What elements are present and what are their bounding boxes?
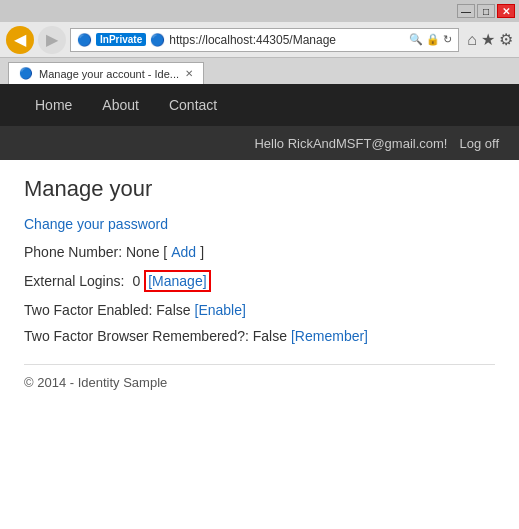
back-button[interactable]: ◀ (6, 26, 34, 54)
nav-about[interactable]: About (87, 84, 154, 126)
tab-favicon-icon: 🔵 (19, 67, 33, 80)
two-factor-browser-label: Two Factor Browser Remembered?: False (24, 328, 287, 344)
manage-highlight-box: [Manage] (144, 270, 210, 292)
toolbar-icons: ⌂ ★ ⚙ (467, 30, 513, 49)
nav-contact[interactable]: Contact (154, 84, 232, 126)
footer-text: © 2014 - Identity Sample (24, 375, 495, 390)
two-factor-row: Two Factor Enabled: False [Enable] (24, 302, 495, 318)
tab-close-button[interactable]: ✕ (185, 68, 193, 79)
ie-logo-icon: 🔵 (77, 33, 92, 47)
footer-divider (24, 364, 495, 365)
logoff-link[interactable]: Log off (459, 136, 499, 151)
phone-number-row: Phone Number: None [ Add ] (24, 244, 495, 260)
address-action-icons: 🔍 🔒 ↻ (409, 33, 452, 46)
external-logins-row: External Logins: 0 [Manage] (24, 270, 495, 292)
inprivate-badge: InPrivate (96, 33, 146, 46)
settings-icon[interactable]: ⚙ (499, 30, 513, 49)
home-icon[interactable]: ⌂ (467, 31, 477, 49)
enable-two-factor-link[interactable]: [Enable] (195, 302, 246, 318)
phone-suffix: ] (200, 244, 204, 260)
remember-browser-link[interactable]: [Remember] (291, 328, 368, 344)
maximize-button[interactable]: □ (477, 4, 495, 18)
nav-home[interactable]: Home (20, 84, 87, 126)
change-password-link[interactable]: Change your password (24, 216, 495, 232)
two-factor-browser-row: Two Factor Browser Remembered?: False [R… (24, 328, 495, 344)
ext-logins-label: External Logins: (24, 273, 124, 289)
main-content: Manage your Change your password Phone N… (0, 160, 519, 406)
address-text: https://localhost:44305/Manage (169, 33, 405, 47)
user-bar: Hello RickAndMSFT@gmail.com! Log off (0, 126, 519, 160)
minimize-button[interactable]: — (457, 4, 475, 18)
page-favicon-icon: 🔵 (150, 33, 165, 47)
favorites-icon[interactable]: ★ (481, 30, 495, 49)
two-factor-label: Two Factor Enabled: False (24, 302, 191, 318)
active-tab[interactable]: 🔵 Manage your account - Ide... ✕ (8, 62, 204, 84)
nav-bar: ◀ ▶ 🔵 InPrivate 🔵 https://localhost:4430… (0, 22, 519, 58)
forward-button[interactable]: ▶ (38, 26, 66, 54)
tab-title: Manage your account - Ide... (39, 68, 179, 80)
address-bar[interactable]: 🔵 InPrivate 🔵 https://localhost:44305/Ma… (70, 28, 459, 52)
title-bar: — □ ✕ (0, 0, 519, 22)
manage-logins-link[interactable]: [Manage] (148, 273, 206, 289)
phone-label: Phone Number: None [ (24, 244, 167, 260)
ext-logins-count: 0 (132, 273, 140, 289)
page-title: Manage your (24, 176, 495, 202)
hello-text: Hello RickAndMSFT@gmail.com! (254, 136, 447, 151)
close-button[interactable]: ✕ (497, 4, 515, 18)
add-phone-link[interactable]: Add (171, 244, 196, 260)
tab-bar: 🔵 Manage your account - Ide... ✕ (0, 58, 519, 84)
page-navbar: Home About Contact (0, 84, 519, 126)
